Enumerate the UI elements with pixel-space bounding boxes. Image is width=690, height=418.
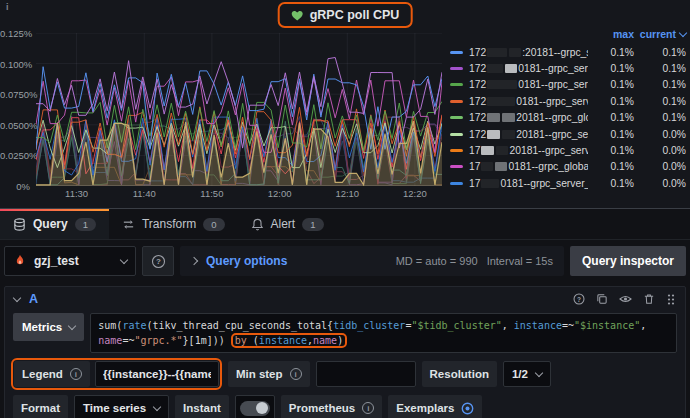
- redacted-block: [496, 146, 508, 155]
- instant-label: Instant: [175, 395, 229, 418]
- panel-title[interactable]: gRPC poll CPU: [310, 8, 400, 22]
- tab-query[interactable]: Query 1: [0, 209, 109, 239]
- series-max-value: 0.1%: [588, 145, 634, 156]
- drag-handle-icon[interactable]: [666, 293, 676, 306]
- series-color-swatch: [450, 51, 463, 54]
- query-options-row: Legend i Min step i Resolution 1/2: [5, 355, 685, 390]
- collapse-chevron-icon[interactable]: [13, 293, 21, 301]
- series-label[interactable]: 17220181--grpc_server_3: [469, 129, 588, 140]
- series-color-swatch: [450, 133, 463, 136]
- tab-transform-count: 0: [203, 218, 224, 231]
- query-row-header[interactable]: A ?: [5, 287, 685, 311]
- legend-row[interactable]: 1720181--grpc_server_10.1%0.1%: [450, 60, 686, 76]
- tab-alert-label: Alert: [271, 217, 296, 231]
- datasource-picker[interactable]: gzj_test: [4, 246, 136, 276]
- legend-row[interactable]: 172:20181--grpc_server_00.1%0.1%: [450, 44, 686, 60]
- redacted-block: [487, 130, 500, 139]
- series-label[interactable]: 1720181--grpc_server_1: [469, 79, 588, 90]
- format-select[interactable]: Time series: [74, 395, 169, 418]
- legend-row[interactable]: 17220181--grpc_global_tim0.1%0.1%: [450, 110, 686, 126]
- promql-code-editor[interactable]: sum(rate(tikv_thread_cpu_seconds_total{t…: [90, 313, 677, 353]
- prometheus-type-label: Prometheus i: [281, 395, 382, 418]
- series-label[interactable]: 1720181--grpc_server_1: [469, 63, 588, 74]
- series-max-value: 0.1%: [588, 112, 634, 123]
- instant-toggle[interactable]: [240, 401, 270, 416]
- bell-icon: [251, 218, 264, 231]
- y-axis-labels: 0%0.0250%0.0500%0.0750%0.100%0.125%: [0, 0, 33, 208]
- redacted-block: [495, 162, 507, 171]
- series-label[interactable]: 1720181--grpc_server_4: [469, 145, 588, 156]
- tab-transform-label: Transform: [142, 217, 196, 231]
- title-annotation-box: gRPC poll CPU: [278, 2, 413, 28]
- series-current-value: 0.1%: [634, 96, 686, 107]
- tab-query-label: Query: [33, 217, 68, 231]
- duplicate-icon[interactable]: [596, 293, 608, 305]
- legend-sort-max[interactable]: max: [588, 28, 634, 40]
- chevron-down-icon: [68, 321, 76, 329]
- tab-alert-count: 1: [302, 218, 323, 231]
- legend-sort-current[interactable]: current: [634, 28, 686, 40]
- panel-view: i gRPC poll CPU 0%0.0250%0.0500%0.0750%0…: [0, 0, 690, 208]
- legend-row[interactable]: 17220181--grpc_server_30.1%0.0%: [450, 126, 686, 142]
- legend-row[interactable]: 1720181--grpc_server_30.1%0.1%: [450, 93, 686, 109]
- transform-icon: [122, 218, 135, 231]
- tab-alert[interactable]: Alert 1: [238, 209, 337, 239]
- series-color-swatch: [450, 116, 463, 119]
- datasource-name: gzj_test: [34, 254, 79, 268]
- legend-row[interactable]: 1720181--grpc_server_40.1%0.0%: [450, 142, 686, 158]
- query-toolbar: gzj_test ? Query options MD = auto = 990…: [0, 240, 690, 282]
- redacted-block: [502, 113, 515, 122]
- datasource-help-button[interactable]: ?: [142, 246, 174, 276]
- redacted-block: [487, 48, 507, 57]
- series-max-value: 0.1%: [588, 96, 634, 107]
- legend-row[interactable]: 170181--grpc_global_tim0.1%0.0%: [450, 159, 686, 175]
- series-label[interactable]: 172:20181--grpc_server_0: [469, 47, 588, 58]
- resolution-select[interactable]: 1/2: [503, 361, 551, 387]
- legend-row[interactable]: 170181--grpc_server_40.1%0.0%: [450, 175, 686, 191]
- series-color-swatch: [450, 67, 463, 70]
- legend-format-input[interactable]: [95, 361, 219, 387]
- query-editor-row: Metrics sum(rate(tikv_thread_cpu_seconds…: [5, 311, 685, 355]
- legend-header: max current: [450, 28, 686, 40]
- series-max-value: 0.1%: [588, 63, 634, 74]
- series-label[interactable]: 17220181--grpc_global_tim: [469, 112, 588, 123]
- max-data-points-summary: MD = auto = 990: [396, 255, 478, 267]
- panel-edit-bottom-pane: Query 1 Transform 0 Alert 1: [0, 208, 690, 418]
- query-options-header[interactable]: Query options MD = auto = 990 Interval =…: [180, 246, 564, 276]
- by-clause-annotation-box: by (instance,name): [231, 333, 347, 348]
- legend-row[interactable]: 1720181--grpc_server_10.1%0.1%: [450, 77, 686, 93]
- x-axis-labels: 11:3011:4011:5012:0012:1012:20: [36, 188, 442, 200]
- chevron-right-icon: [190, 257, 198, 265]
- series-label[interactable]: 170181--grpc_global_tim: [469, 161, 588, 172]
- query-format-row: Format Time series Instant Prometheus i: [5, 390, 685, 418]
- series-current-value: 0.0%: [634, 129, 686, 140]
- tab-query-count: 1: [75, 218, 96, 231]
- grafana-panel-editor: i gRPC poll CPU 0%0.0250%0.0500%0.0750%0…: [0, 0, 690, 418]
- info-circle-icon: i: [362, 402, 374, 414]
- series-current-value: 0.0%: [634, 145, 686, 156]
- exemplars-field: Exemplars: [388, 395, 482, 418]
- exemplars-toggle-icon[interactable]: [461, 402, 474, 415]
- series-color-swatch: [450, 182, 463, 185]
- interval-summary: Interval = 15s: [487, 255, 553, 267]
- redacted-block: [487, 97, 515, 106]
- series-label[interactable]: 170181--grpc_server_4: [469, 178, 588, 189]
- tab-transform[interactable]: Transform 0: [109, 209, 238, 239]
- series-current-value: 0.0%: [634, 178, 686, 189]
- query-inspector-button[interactable]: Query inspector: [570, 246, 686, 276]
- min-step-input[interactable]: [316, 361, 416, 387]
- database-icon: [13, 218, 26, 231]
- sort-chevron-icon: [679, 28, 687, 36]
- eye-icon[interactable]: [619, 293, 632, 305]
- redacted-block: [487, 64, 503, 73]
- series-color-swatch: [450, 83, 463, 86]
- trash-icon[interactable]: [643, 293, 655, 305]
- metrics-browser-button[interactable]: Metrics: [13, 313, 84, 341]
- series-max-value: 0.1%: [588, 161, 634, 172]
- series-label[interactable]: 1720181--grpc_server_3: [469, 96, 588, 107]
- timeseries-plot[interactable]: [36, 33, 442, 186]
- help-icon[interactable]: ?: [573, 293, 585, 305]
- series-max-value: 0.1%: [588, 79, 634, 90]
- redacted-block: [487, 113, 500, 122]
- heart-icon: [291, 9, 304, 22]
